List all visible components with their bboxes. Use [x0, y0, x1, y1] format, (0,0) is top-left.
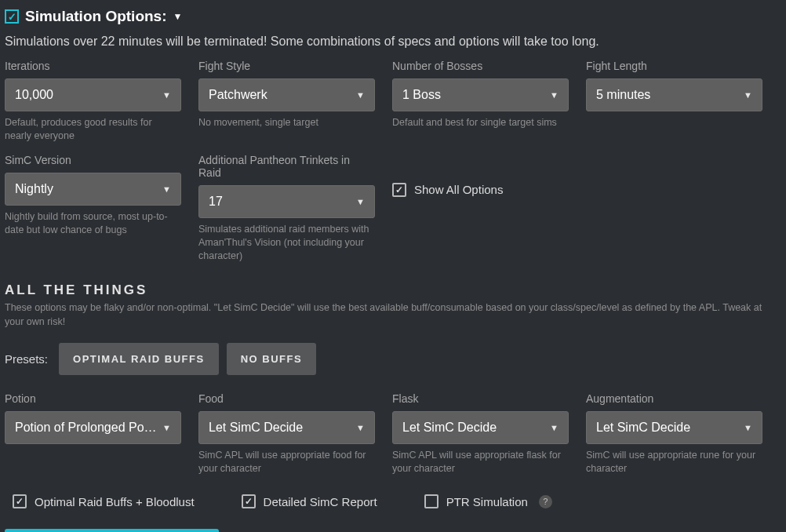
presets-row: Presets: OPTIMAL RAID BUFFS NO BUFFS — [5, 343, 781, 375]
select-value: Let SimC Decide — [209, 421, 303, 435]
chevron-down-icon: ▼ — [356, 197, 365, 206]
help-simc-version: Nightly build from source, most up-to-da… — [5, 210, 181, 237]
section-title: Simulation Options: — [25, 8, 167, 25]
label-iterations: Iterations — [5, 60, 181, 72]
select-augmentation[interactable]: Let SimC Decide ▼ — [586, 411, 762, 444]
select-value: 5 minutes — [596, 88, 650, 102]
label-augmentation: Augmentation — [586, 392, 762, 405]
help-iterations: Default, produces good results for nearl… — [5, 116, 181, 143]
checkbox-row: ✓ Optimal Raid Buffs + Bloodlust ✓ Detai… — [5, 494, 781, 508]
select-value: 1 Boss — [402, 88, 441, 102]
select-num-bosses[interactable]: 1 Boss ▼ — [392, 78, 569, 111]
label-num-bosses: Number of Bosses — [392, 60, 569, 72]
chevron-down-icon: ▼ — [356, 90, 365, 100]
chevron-down-icon: ▼ — [744, 90, 752, 100]
label-show-all: Show All Options — [414, 183, 503, 196]
select-value: Potion of Prolonged Power — [15, 421, 162, 435]
chevron-down-icon: ▼ — [356, 423, 365, 432]
check-item-detailed-report: ✓ Detailed SimC Report — [242, 494, 377, 508]
chevron-down-icon: ▼ — [550, 423, 559, 432]
label-food: Food — [198, 392, 375, 405]
select-simc-version[interactable]: Nightly ▼ — [5, 173, 181, 206]
field-num-bosses: Number of Bosses 1 Boss ▼ Default and be… — [392, 60, 569, 143]
field-potion: Potion Potion of Prolonged Power ▼ — [5, 392, 181, 476]
field-fight-style: Fight Style Patchwerk ▼ No movement, sin… — [198, 60, 375, 143]
check-item-optimal-buffs: ✓ Optimal Raid Buffs + Bloodlust — [13, 494, 195, 508]
help-flask: SimC APL will use appropriate flask for … — [392, 449, 569, 476]
field-show-all: ✓ Show All Options — [392, 154, 569, 263]
field-augmentation: Augmentation Let SimC Decide ▼ SimC will… — [586, 392, 762, 476]
all-things-sub: These options may be flaky and/or non-op… — [5, 301, 781, 329]
select-food[interactable]: Let SimC Decide ▼ — [198, 411, 375, 444]
label-pantheon: Additional Pantheon Trinkets in Raid — [198, 154, 375, 179]
field-fight-length: Fight Length 5 minutes ▼ — [586, 60, 762, 143]
field-simc-version: SimC Version Nightly ▼ Nightly build fro… — [5, 154, 181, 263]
label-potion: Potion — [5, 392, 181, 405]
section-header[interactable]: ✓ Simulation Options: ▼ — [5, 8, 781, 25]
checkbox-detailed-report[interactable]: ✓ — [242, 494, 256, 508]
chevron-down-icon: ▼ — [173, 11, 183, 22]
select-flask[interactable]: Let SimC Decide ▼ — [392, 411, 569, 444]
chevron-down-icon: ▼ — [162, 184, 171, 194]
label-optimal-buffs: Optimal Raid Buffs + Bloodlust — [35, 495, 195, 508]
checkbox-ptr-sim[interactable]: ✓ — [424, 494, 438, 508]
help-pantheon: Simulates additional raid members with A… — [198, 223, 375, 263]
chevron-down-icon: ▼ — [550, 90, 559, 100]
help-num-bosses: Default and best for single target sims — [392, 116, 569, 129]
checkbox-optimal-buffs[interactable]: ✓ — [13, 494, 27, 508]
select-value: Let SimC Decide — [402, 421, 497, 435]
select-potion[interactable]: Potion of Prolonged Power ▼ — [5, 411, 181, 444]
check-item-ptr-sim: ✓ PTR Simulation ? — [424, 494, 552, 508]
select-value: Nightly — [15, 182, 53, 196]
select-pantheon[interactable]: 17 ▼ — [198, 185, 375, 218]
checkbox-show-all[interactable]: ✓ — [392, 183, 406, 197]
label-detailed-report: Detailed SimC Report — [264, 495, 377, 508]
options-grid-row1: Iterations 10,000 ▼ Default, produces go… — [5, 60, 781, 143]
field-iterations: Iterations 10,000 ▼ Default, produces go… — [5, 60, 181, 143]
restore-default-button[interactable]: RESTORE DEFAULT OPTIONS — [5, 529, 219, 532]
optimal-raid-buffs-button[interactable]: OPTIMAL RAID BUFFS — [59, 343, 219, 375]
select-value: 17 — [209, 195, 223, 209]
chevron-down-icon: ▼ — [162, 423, 171, 432]
consumables-grid: Potion Potion of Prolonged Power ▼ Food … — [5, 392, 781, 476]
no-buffs-button[interactable]: NO BUFFS — [227, 343, 316, 375]
help-augmentation: SimC will use appropriate rune for your … — [586, 449, 762, 476]
check-icon: ✓ — [5, 9, 19, 24]
field-flask: Flask Let SimC Decide ▼ SimC APL will us… — [392, 392, 569, 476]
label-fight-style: Fight Style — [198, 60, 375, 72]
select-fight-style[interactable]: Patchwerk ▼ — [198, 78, 375, 111]
select-value: Patchwerk — [209, 88, 267, 102]
chevron-down-icon: ▼ — [744, 423, 752, 432]
chevron-down-icon: ▼ — [162, 90, 171, 100]
select-iterations[interactable]: 10,000 ▼ — [5, 78, 181, 111]
help-icon[interactable]: ? — [539, 495, 552, 508]
select-fight-length[interactable]: 5 minutes ▼ — [586, 78, 762, 111]
options-grid-row2: SimC Version Nightly ▼ Nightly build fro… — [5, 154, 781, 263]
label-simc-version: SimC Version — [5, 154, 181, 166]
select-value: Let SimC Decide — [596, 421, 690, 435]
label-flask: Flask — [392, 392, 569, 405]
presets-label: Presets: — [5, 352, 48, 366]
label-ptr-sim: PTR Simulation — [446, 495, 528, 508]
warning-text: Simulations over 22 minutes will be term… — [5, 35, 781, 49]
label-fight-length: Fight Length — [586, 60, 762, 72]
field-pantheon: Additional Pantheon Trinkets in Raid 17 … — [198, 154, 375, 263]
select-value: 10,000 — [15, 88, 53, 102]
help-food: SimC APL will use appropriate food for y… — [198, 449, 375, 476]
field-food: Food Let SimC Decide ▼ SimC APL will use… — [198, 392, 375, 476]
all-things-heading: ALL THE THINGS — [5, 282, 781, 298]
help-fight-style: No movement, single target — [198, 116, 375, 129]
